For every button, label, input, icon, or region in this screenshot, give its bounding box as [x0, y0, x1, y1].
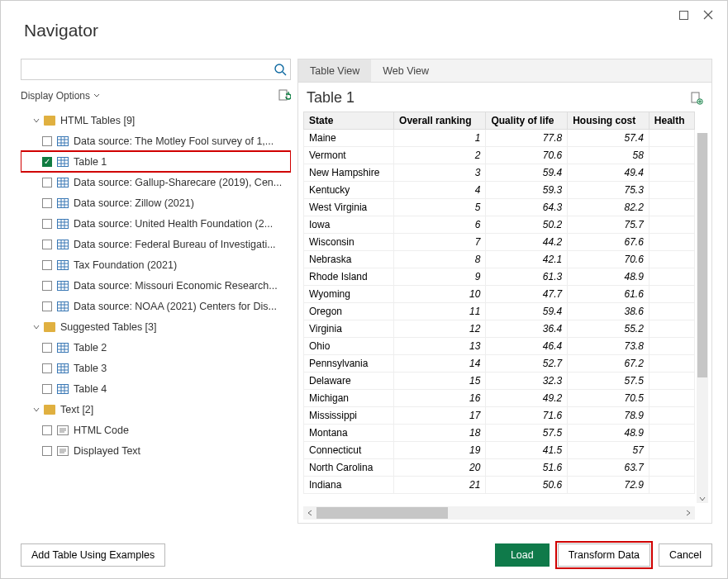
tree-item[interactable]: Displayed Text	[21, 440, 291, 461]
cell-rank: 16	[394, 390, 486, 407]
cell-state: Vermont	[304, 147, 394, 164]
tree-item[interactable]: Table 4	[21, 378, 291, 399]
table-row[interactable]: Montana1857.548.9	[304, 425, 695, 442]
cell-qol: 70.6	[486, 147, 568, 164]
table-row[interactable]: Iowa650.275.7	[304, 216, 695, 234]
display-options-dropdown[interactable]: Display Options	[21, 90, 100, 102]
vertical-scrollbar[interactable]	[697, 133, 708, 503]
tree-item[interactable]: Table 1	[21, 151, 291, 172]
horizontal-scroll-thumb[interactable]	[316, 507, 448, 519]
tree-item-checkbox[interactable]	[42, 136, 52, 146]
cell-qol: 52.7	[486, 355, 568, 373]
tree-folder[interactable]: Suggested Tables [3]	[21, 316, 291, 337]
cell-housing: 55.2	[568, 320, 649, 338]
table-row[interactable]: Wyoming1047.761.6	[304, 286, 695, 303]
table-row[interactable]: New Hampshire359.449.4	[304, 164, 695, 182]
table-row[interactable]: Rhode Island961.348.9	[304, 268, 695, 286]
tree-item[interactable]: Data source: United Health Foundation (2…	[21, 213, 291, 234]
scroll-right-arrow[interactable]	[682, 506, 695, 520]
tree-item[interactable]: Data source: Federal Bureau of Investiga…	[21, 234, 291, 254]
scroll-down-arrow[interactable]	[697, 493, 708, 505]
cell-health	[649, 373, 694, 390]
tree-item-checkbox[interactable]	[42, 240, 52, 249]
table-row[interactable]: Indiana2150.672.9	[304, 477, 695, 494]
column-header[interactable]: Health	[649, 112, 694, 130]
cell-housing: 78.9	[568, 407, 649, 425]
data-grid[interactable]: StateOverall rankingQuality of lifeHousi…	[303, 112, 695, 494]
cell-state: Indiana	[304, 477, 394, 494]
table-row[interactable]: Oregon1159.438.6	[304, 303, 695, 320]
cell-health	[649, 407, 694, 425]
table-row[interactable]: West Virginia564.382.2	[304, 199, 695, 216]
cell-health	[649, 182, 694, 199]
tree-item-checkbox[interactable]	[42, 178, 52, 187]
tree-item-checkbox[interactable]	[42, 198, 52, 208]
navigator-dialog: Navigator Display Options HTML Tables [9…	[0, 0, 728, 579]
tree-item-checkbox[interactable]	[42, 425, 52, 435]
horizontal-scrollbar[interactable]	[303, 506, 695, 520]
tree-item-checkbox[interactable]	[42, 301, 52, 311]
preview-title: Table 1	[307, 89, 354, 107]
tree-item-checkbox[interactable]	[42, 343, 52, 353]
tree-item[interactable]: Data source: Gallup-Sharecare (2019), Ce…	[21, 172, 291, 192]
add-table-using-examples-button[interactable]: Add Table Using Examples	[21, 543, 165, 567]
table-row[interactable]: Mississippi1771.678.9	[304, 407, 695, 425]
add-column-icon[interactable]	[690, 92, 703, 105]
table-row[interactable]: Kentucky459.375.3	[304, 182, 695, 199]
table-row[interactable]: Pennsylvania1452.767.2	[304, 355, 695, 373]
svg-rect-36	[58, 260, 69, 269]
cell-housing: 82.2	[568, 199, 649, 216]
table-row[interactable]: Wisconsin744.267.6	[304, 234, 695, 251]
table-row[interactable]: North Carolina2051.663.7	[304, 459, 695, 477]
tree-folder[interactable]: Text [2]	[21, 399, 291, 420]
folder-label: HTML Tables [9]	[60, 115, 135, 126]
load-button[interactable]: Load	[495, 543, 550, 567]
close-button[interactable]	[696, 5, 721, 25]
caret-down-icon	[32, 116, 40, 125]
table-row[interactable]: Virginia1236.455.2	[304, 320, 695, 338]
table-row[interactable]: Michigan1649.270.5	[304, 390, 695, 407]
tree-item-checkbox[interactable]	[42, 157, 52, 167]
tree-item[interactable]: Data source: Missouri Economic Research.…	[21, 275, 291, 296]
tab-web-view[interactable]: Web View	[371, 59, 440, 82]
tree-item[interactable]: Table 3	[21, 358, 291, 378]
search-input[interactable]	[25, 60, 274, 78]
tree-item[interactable]: Data source: Zillow (2021)	[21, 192, 291, 213]
navigator-tree[interactable]: HTML Tables [9]Data source: The Motley F…	[21, 110, 291, 524]
cancel-button[interactable]: Cancel	[659, 543, 712, 567]
table-row[interactable]: Ohio1346.473.8	[304, 338, 695, 355]
tab-table-view[interactable]: Table View	[298, 59, 371, 82]
tree-item-checkbox[interactable]	[42, 446, 52, 456]
maximize-button[interactable]	[671, 5, 696, 25]
tree-item[interactable]: Tax Foundation (2021)	[21, 254, 291, 275]
tree-item[interactable]: Data source: NOAA (2021) Centers for Dis…	[21, 296, 291, 316]
table-row[interactable]: Nebraska842.170.6	[304, 251, 695, 268]
column-header[interactable]: Quality of life	[486, 112, 568, 130]
cell-housing: 70.6	[568, 251, 649, 268]
tree-folder[interactable]: HTML Tables [9]	[21, 110, 291, 131]
vertical-scroll-thumb[interactable]	[697, 133, 707, 377]
tree-item[interactable]: Data source: The Motley Fool survey of 1…	[21, 131, 291, 151]
tree-item-checkbox[interactable]	[42, 219, 52, 229]
search-box[interactable]	[21, 59, 291, 80]
tree-item[interactable]: HTML Code	[21, 420, 291, 440]
tree-item-checkbox[interactable]	[42, 363, 52, 373]
tree-item-label: Data source: United Health Foundation (2…	[74, 218, 291, 230]
column-header[interactable]: Overall ranking	[394, 112, 486, 130]
svg-rect-61	[58, 384, 69, 393]
table-row[interactable]: Connecticut1941.557	[304, 442, 695, 459]
svg-rect-41	[58, 281, 69, 290]
column-header[interactable]: State	[304, 112, 394, 130]
tree-item-checkbox[interactable]	[42, 260, 52, 270]
transform-data-button[interactable]: Transform Data	[558, 543, 650, 567]
refresh-icon[interactable]	[278, 89, 291, 102]
scroll-left-arrow[interactable]	[303, 506, 316, 520]
cell-qol: 50.6	[486, 477, 568, 494]
column-header[interactable]: Housing cost	[568, 112, 649, 130]
table-row[interactable]: Vermont270.658	[304, 147, 695, 164]
table-row[interactable]: Maine177.857.4	[304, 130, 695, 147]
tree-item-checkbox[interactable]	[42, 281, 52, 291]
tree-item[interactable]: Table 2	[21, 337, 291, 358]
tree-item-checkbox[interactable]	[42, 384, 52, 394]
table-row[interactable]: Delaware1532.357.5	[304, 373, 695, 390]
